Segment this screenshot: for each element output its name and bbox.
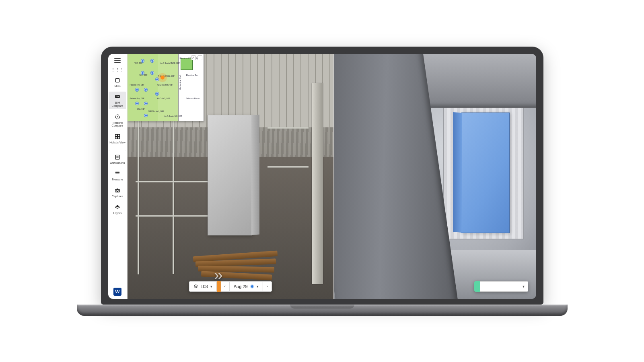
scaffold-rail xyxy=(267,127,309,129)
sidebar-item-measure[interactable]: Measure xyxy=(109,168,126,183)
scaffold-pole xyxy=(173,98,174,274)
sidebar-item-label: Timeline Compare xyxy=(112,121,123,127)
svg-rect-6 xyxy=(115,137,117,139)
level-label: L03 xyxy=(200,284,208,289)
room-label: ALC Equip RWE, 08F xyxy=(160,62,180,64)
svg-rect-11 xyxy=(115,172,119,174)
room-label: Electrical Rm xyxy=(186,74,198,76)
sidebar-item-timeline-compare[interactable]: Timeline Compare xyxy=(109,112,126,129)
room-label: Patient Rm, 08F xyxy=(130,97,144,100)
svg-rect-18 xyxy=(117,188,118,189)
minimap-expand-button[interactable]: ⤢ xyxy=(191,55,196,60)
capture-point[interactable] xyxy=(141,59,144,62)
room-label: WC, 08F xyxy=(137,108,145,110)
app-logo[interactable]: W xyxy=(113,288,121,296)
capture-point[interactable] xyxy=(136,102,138,105)
sidebar-item-bim-compare[interactable]: BIM BIM Compare xyxy=(109,92,126,109)
note-icon xyxy=(114,153,121,161)
sidebar-item-label: Layers xyxy=(113,212,121,215)
sidebar-item-label: Captures xyxy=(112,195,123,198)
divider-accent xyxy=(217,281,221,292)
capture-point[interactable] xyxy=(144,114,147,117)
room-label: WC, 08F xyxy=(135,62,143,64)
laptop-base xyxy=(77,305,568,316)
layers-icon xyxy=(114,204,121,211)
scaffold-rail xyxy=(136,181,218,182)
date-selector[interactable]: Aug 29 ▾ xyxy=(230,281,263,292)
svg-point-17 xyxy=(117,190,118,192)
bim-view-pane[interactable]: ▾ xyxy=(334,54,536,299)
sidebar: ⋮⋮⋮ Main BIM BIM Compare Timeline Compar… xyxy=(108,54,128,299)
status-chip xyxy=(474,281,480,292)
scaffold-pole xyxy=(138,103,139,274)
svg-rect-7 xyxy=(118,137,120,139)
sidebar-item-label: Main xyxy=(114,85,120,88)
capture-point[interactable] xyxy=(156,92,158,95)
sidebar-item-label: BIM Compare xyxy=(112,101,123,107)
capture-point[interactable] xyxy=(156,78,158,81)
grid4-icon xyxy=(114,133,121,140)
sidebar-item-label: Measure xyxy=(112,178,123,181)
room-label: Mechanical Shaft xyxy=(179,74,181,90)
room-label: ALC Nourish, 08F xyxy=(157,84,173,86)
camera-icon xyxy=(114,187,121,194)
room-label: ALC Alc5, 08F xyxy=(157,97,170,100)
bim-overlay-object[interactable] xyxy=(208,115,252,235)
levels-icon xyxy=(193,284,198,289)
minimap-collapse-button[interactable]: – xyxy=(198,55,202,60)
current-location-icon xyxy=(160,76,165,80)
kebab-icon[interactable]: ⋮⋮⋮ xyxy=(111,67,124,72)
bottom-toolbar: L03 ▾ ‹ Aug 29 ▾ › xyxy=(189,281,272,292)
scaffold-column xyxy=(312,83,323,284)
menu-icon[interactable] xyxy=(114,58,121,63)
reality-view-pane[interactable]: » WC, 08F ALC Equip RWE, 08F Elevator #1… xyxy=(128,54,334,299)
app-screen: ⋮⋮⋮ Main BIM BIM Compare Timeline Compar… xyxy=(108,54,536,299)
next-date-button[interactable]: › xyxy=(263,281,272,292)
prev-date-button[interactable]: ‹ xyxy=(221,281,230,292)
model-selector[interactable]: ▾ xyxy=(474,281,528,292)
sidebar-item-main[interactable]: Main xyxy=(109,75,126,90)
room-label: Patient Rm, 08F xyxy=(130,84,144,86)
capture-point[interactable] xyxy=(144,88,147,91)
chevron-down-icon: ▾ xyxy=(257,284,259,288)
svg-rect-8 xyxy=(115,155,119,159)
svg-rect-4 xyxy=(115,135,117,137)
svg-rect-5 xyxy=(118,135,120,137)
capture-point[interactable] xyxy=(151,59,154,62)
chevron-down-icon: ▾ xyxy=(210,284,212,288)
sidebar-item-layers[interactable]: Layers xyxy=(109,202,126,217)
capture-point[interactable] xyxy=(144,102,147,105)
sidebar-item-label: Annotations xyxy=(110,162,125,165)
bim-selected-element[interactable] xyxy=(461,112,510,233)
level-selector[interactable]: L03 ▾ xyxy=(189,281,216,292)
sidebar-item-label: Holistic View xyxy=(109,141,126,144)
floorplan-minimap[interactable]: WC, 08F ALC Equip RWE, 08F Elevator #16 … xyxy=(128,54,204,121)
bim-icon: BIM xyxy=(114,93,121,100)
date-label: Aug 29 xyxy=(234,284,248,289)
content-area: » WC, 08F ALC Equip RWE, 08F Elevator #1… xyxy=(128,54,536,299)
sidebar-item-captures[interactable]: Captures xyxy=(109,185,126,200)
clock-icon xyxy=(114,113,121,121)
scaffold-rail xyxy=(267,166,309,168)
status-dot-icon xyxy=(250,284,254,288)
wood-pallet xyxy=(193,247,278,279)
room-label: Telecom Room xyxy=(186,97,200,100)
capture-point[interactable] xyxy=(141,72,144,74)
ruler-icon xyxy=(114,170,121,177)
svg-text:BIM: BIM xyxy=(116,96,119,98)
square-icon xyxy=(114,77,121,84)
room-label: 08F Nourish, 08F xyxy=(148,110,164,112)
svg-rect-0 xyxy=(115,78,119,82)
room-label: ALC-Equip UH, 08F xyxy=(165,115,182,117)
capture-point[interactable] xyxy=(136,88,138,91)
capture-point[interactable] xyxy=(151,72,154,74)
chevron-down-icon: ▾ xyxy=(523,284,525,288)
sidebar-item-annotations[interactable]: Annotations xyxy=(109,150,126,166)
sidebar-item-holistic-view[interactable]: Holistic View xyxy=(109,131,126,146)
